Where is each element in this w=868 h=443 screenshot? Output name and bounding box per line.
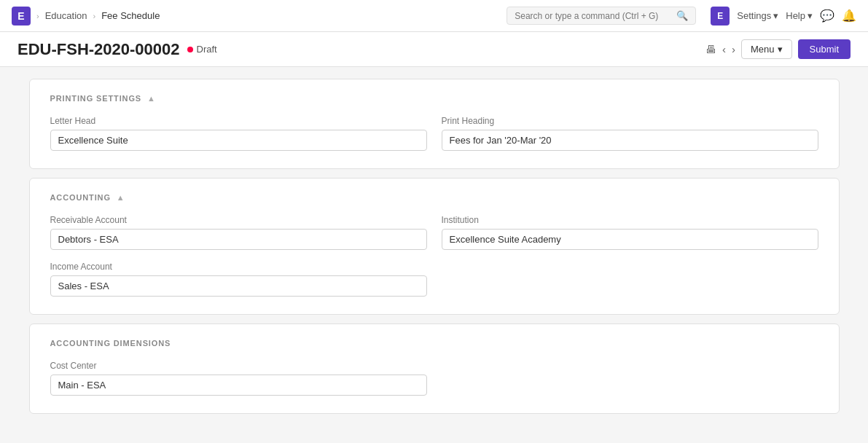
user-avatar[interactable]: E	[711, 7, 730, 26]
printing-fields-row: Letter Head Print Heading	[50, 116, 818, 151]
letter-head-input[interactable]	[50, 130, 427, 151]
cost-center-group: Cost Center	[50, 361, 427, 396]
cost-center-label: Cost Center	[50, 361, 427, 371]
search-input[interactable]	[515, 11, 672, 21]
institution-input[interactable]	[442, 229, 818, 250]
settings-chevron-icon: ▾	[773, 10, 778, 21]
settings-button[interactable]: Settings ▾	[737, 10, 778, 21]
accounting-dimensions-row: Cost Center	[50, 361, 818, 396]
letter-head-label: Letter Head	[50, 116, 427, 126]
print-heading-input[interactable]	[442, 130, 818, 151]
prev-icon[interactable]: ‹	[722, 43, 726, 55]
letter-head-group: Letter Head	[50, 116, 427, 151]
cost-center-input[interactable]	[50, 375, 427, 396]
income-account-group: Income Account	[50, 262, 427, 297]
income-account-label: Income Account	[50, 262, 427, 272]
accounting-row-2: Income Account	[50, 262, 818, 297]
print-heading-group: Print Heading	[442, 116, 818, 151]
status-badge: Draft	[187, 44, 217, 55]
accounting-collapse-icon[interactable]: ▲	[117, 193, 125, 202]
accounting-row-1: Receivable Account Institution	[50, 215, 818, 250]
receivable-account-label: Receivable Account	[50, 215, 427, 225]
accounting-dimensions-section: ACCOUNTING DIMENSIONS Cost Center	[29, 324, 840, 414]
receivable-account-input[interactable]	[50, 229, 427, 250]
doc-id: EDU-FSH-2020-00002	[17, 40, 180, 59]
breadcrumb-chevron-2: ›	[93, 12, 96, 20]
submit-button[interactable]: Submit	[798, 39, 851, 59]
institution-label: Institution	[442, 215, 818, 225]
chat-icon[interactable]: 💬	[820, 9, 834, 23]
topbar: E › Education › Fee Schedule 🔍 E Setting…	[0, 0, 868, 32]
menu-chevron-icon: ▾	[778, 44, 783, 55]
search-icon: 🔍	[676, 10, 688, 21]
notification-icon[interactable]: 🔔	[842, 9, 856, 23]
receivable-account-group: Receivable Account	[50, 215, 427, 250]
doc-actions: 🖶 ‹ › Menu ▾ Submit	[705, 39, 851, 59]
print-icon[interactable]: 🖶	[705, 43, 716, 55]
accounting-section-header: ACCOUNTING ▲	[50, 193, 818, 202]
status-dot	[187, 47, 193, 52]
breadcrumb-fee-schedule[interactable]: Fee Schedule	[101, 10, 160, 21]
accounting-section-title: ACCOUNTING	[50, 193, 111, 202]
accounting-dimensions-header: ACCOUNTING DIMENSIONS	[50, 339, 818, 348]
app-logo[interactable]: E	[12, 7, 31, 26]
accounting-section: ACCOUNTING ▲ Receivable Account Institut…	[29, 178, 840, 315]
printing-section-title: PRINTING SETTINGS	[50, 94, 142, 103]
menu-button[interactable]: Menu ▾	[741, 39, 792, 59]
institution-group: Institution	[442, 215, 818, 250]
doc-header: EDU-FSH-2020-00002 Draft 🖶 ‹ › Menu ▾ Su…	[0, 32, 868, 67]
main-content: PRINTING SETTINGS ▲ Letter Head Print He…	[12, 67, 857, 434]
search-bar[interactable]: 🔍	[507, 7, 696, 25]
print-heading-label: Print Heading	[442, 116, 818, 126]
topbar-right-actions: E Settings ▾ Help ▾ 💬 🔔	[711, 7, 856, 26]
next-icon[interactable]: ›	[732, 43, 735, 55]
income-account-input[interactable]	[50, 275, 427, 297]
printing-section-header: PRINTING SETTINGS ▲	[50, 94, 818, 103]
breadcrumb-education[interactable]: Education	[45, 10, 87, 21]
printing-collapse-icon[interactable]: ▲	[147, 94, 155, 103]
doc-title-area: EDU-FSH-2020-00002 Draft	[17, 40, 217, 59]
printing-settings-section: PRINTING SETTINGS ▲ Letter Head Print He…	[29, 79, 840, 169]
breadcrumb-chevron-1: ›	[36, 12, 39, 20]
help-button[interactable]: Help ▾	[786, 10, 813, 21]
help-chevron-icon: ▾	[808, 10, 813, 21]
accounting-dimensions-title: ACCOUNTING DIMENSIONS	[50, 339, 171, 348]
